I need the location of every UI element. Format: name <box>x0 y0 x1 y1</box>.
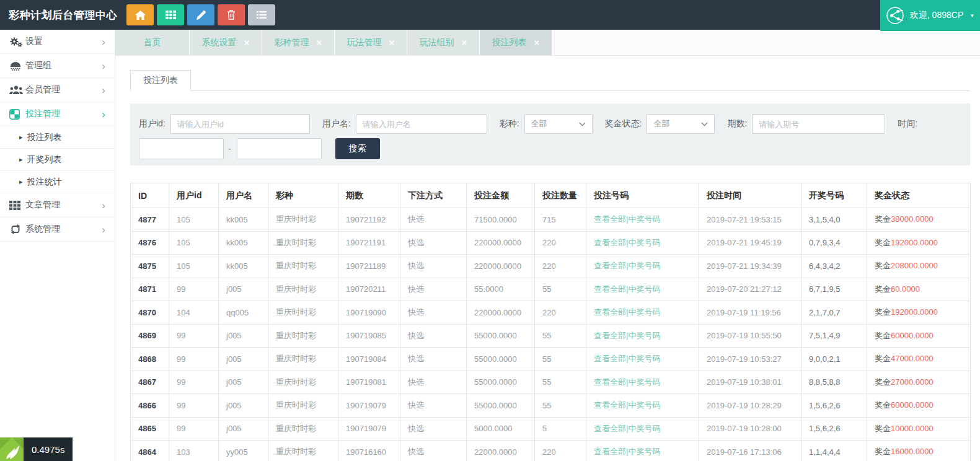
cell-user-id: 99 <box>169 324 219 348</box>
cell-quantity: 220 <box>535 255 586 278</box>
cell-lottery: 重庆时时彩 <box>268 208 338 232</box>
cell-quantity: 55 <box>535 371 586 394</box>
cell-lottery: 重庆时时彩 <box>268 394 338 418</box>
cell-prize-status: 奖金60000.0000 <box>867 394 971 418</box>
view-winning-numbers-link[interactable]: 查看全部|中奖号码 <box>586 278 699 301</box>
cell-quantity: 715 <box>535 208 586 232</box>
cell-prize-status: 奖金27000.0000 <box>867 371 971 394</box>
sidebar-subitem-bet-stats-label: 投注统计 <box>27 177 62 188</box>
prize-prefix: 奖金 <box>875 261 891 270</box>
close-icon[interactable]: × <box>389 38 395 47</box>
close-icon[interactable]: × <box>534 38 540 47</box>
bet-table-wrap: ID用户id用户名彩种期数下注方式投注金额投注数量投注号码投注时间开奖号码奖金状… <box>130 183 970 461</box>
tab-bet-list-label: 投注列表 <box>492 37 527 48</box>
column-header-4: 期数 <box>338 183 400 208</box>
view-winning-numbers-link[interactable]: 查看全部|中奖号码 <box>586 255 699 278</box>
sidebar-item-settings[interactable]: 设置› <box>0 30 115 54</box>
list-button[interactable] <box>248 4 275 25</box>
cell-lottery: 重庆时时彩 <box>268 301 338 325</box>
table-row: 486999j005重庆时时彩190719085快选55000.000055查看… <box>131 324 971 348</box>
cell-user-id: 99 <box>169 278 219 301</box>
cell-bet-type: 快选 <box>400 255 467 278</box>
view-winning-numbers-link[interactable]: 查看全部|中奖号码 <box>586 417 699 441</box>
user-menu[interactable]: 欢迎, 0898CP ▼ <box>880 0 980 31</box>
triangle-right-icon: ▸ <box>19 178 23 186</box>
cell-quantity: 55 <box>535 324 586 348</box>
tab-system-settings[interactable]: 系统设置× <box>190 30 262 55</box>
prize-amount: 16000.0000 <box>891 447 934 456</box>
tab-lottery-manage[interactable]: 彩种管理× <box>262 30 335 55</box>
cell-id: 4868 <box>131 348 169 371</box>
home-icon <box>135 11 146 20</box>
modules-button[interactable] <box>157 4 184 25</box>
bet-blocks-icon <box>9 109 25 120</box>
cell-bet-type: 快选 <box>400 371 467 394</box>
view-winning-numbers-link[interactable]: 查看全部|中奖号码 <box>586 441 699 461</box>
cell-quantity: 55 <box>535 348 586 371</box>
cell-username: yy005 <box>219 441 268 461</box>
edit-button[interactable] <box>187 4 214 25</box>
cell-amount: 55000.0000 <box>467 371 535 394</box>
view-winning-numbers-link[interactable]: 查看全部|中奖号码 <box>586 324 699 348</box>
user-id-label: 用户id: <box>139 118 166 130</box>
sidebar-subitem-draw-list[interactable]: ▸开奖列表 <box>0 149 115 171</box>
view-winning-numbers-link[interactable]: 查看全部|中奖号码 <box>586 301 699 325</box>
cell-bet-type: 快选 <box>400 301 467 325</box>
panel-tab-bet-list[interactable]: 投注列表 <box>130 70 191 91</box>
column-header-10: 开奖号码 <box>801 183 867 208</box>
username-input[interactable] <box>356 114 487 134</box>
view-winning-numbers-link[interactable]: 查看全部|中奖号码 <box>586 371 699 394</box>
cell-username: qq005 <box>219 301 268 325</box>
pencil-icon <box>196 11 206 20</box>
end-date-input[interactable] <box>237 138 322 159</box>
tab-play-group[interactable]: 玩法组别× <box>407 30 480 55</box>
triangle-right-icon: ▸ <box>19 156 23 164</box>
sidebar-item-articles[interactable]: 文章管理› <box>0 193 115 217</box>
home-button[interactable] <box>126 4 154 25</box>
close-icon[interactable]: × <box>317 38 322 47</box>
close-icon[interactable]: × <box>244 38 250 47</box>
cell-lottery: 重庆时时彩 <box>268 441 338 461</box>
chevron-right-icon: › <box>102 200 105 211</box>
filter-username: 用户名: <box>322 114 487 134</box>
cell-prize-status: 奖金10000.0000 <box>867 417 971 441</box>
table-row: 4875105kk005重庆时时彩190721189快选220000.00002… <box>131 255 971 278</box>
lottery-select[interactable]: 全部 <box>524 114 593 134</box>
date-range-separator: - <box>228 144 231 154</box>
cell-user-id: 104 <box>169 301 219 325</box>
tab-play-manage[interactable]: 玩法管理× <box>335 30 407 55</box>
column-header-9: 投注时间 <box>699 183 801 208</box>
period-input[interactable] <box>752 114 885 134</box>
view-winning-numbers-link[interactable]: 查看全部|中奖号码 <box>586 394 699 418</box>
cell-amount: 220000.0000 <box>467 231 535 255</box>
tab-home[interactable]: 首页 <box>115 30 190 55</box>
delete-button[interactable] <box>218 4 245 25</box>
cell-quantity: 5 <box>535 417 586 441</box>
chevron-right-icon: › <box>102 224 105 235</box>
view-winning-numbers-link[interactable]: 查看全部|中奖号码 <box>586 348 699 371</box>
column-header-7: 投注数量 <box>535 183 586 208</box>
cell-draw-numbers: 0,7,9,3,4 <box>801 231 867 255</box>
view-winning-numbers-link[interactable]: 查看全部|中奖号码 <box>586 208 699 232</box>
prize-status-select[interactable]: 全部 <box>647 114 715 134</box>
sidebar-item-admin-group[interactable]: 管理组› <box>0 54 115 78</box>
start-date-input[interactable] <box>139 138 224 159</box>
tab-bet-list[interactable]: 投注列表× <box>480 30 552 55</box>
sidebar-item-members[interactable]: 会员管理› <box>0 78 115 102</box>
cell-username: kk005 <box>219 255 268 278</box>
sidebar-subitem-bet-list[interactable]: ▸投注列表 <box>0 126 115 149</box>
sidebar-item-bet-manage[interactable]: 投注管理› <box>0 102 115 126</box>
view-winning-numbers-link[interactable]: 查看全部|中奖号码 <box>586 231 699 255</box>
cell-bet-type: 快选 <box>400 324 467 348</box>
period-label: 期数: <box>727 118 747 130</box>
search-button[interactable]: 搜索 <box>335 138 380 159</box>
cell-prize-status: 奖金192000.0000 <box>867 301 971 325</box>
close-icon[interactable]: × <box>462 38 467 47</box>
cell-bet-type: 快选 <box>400 231 467 255</box>
user-id-input[interactable] <box>170 114 310 134</box>
cell-period: 190721191 <box>338 231 400 255</box>
sidebar-item-system[interactable]: 系统管理› <box>0 217 115 242</box>
cell-username: j005 <box>219 417 268 441</box>
sidebar-item-system-label: 系统管理 <box>25 224 60 235</box>
sidebar-subitem-bet-stats[interactable]: ▸投注统计 <box>0 171 115 193</box>
